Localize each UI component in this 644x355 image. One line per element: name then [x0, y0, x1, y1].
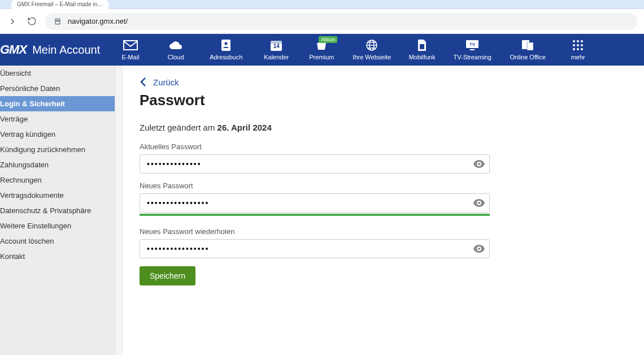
eye-icon[interactable] — [473, 197, 485, 209]
sidebar-item-documents[interactable]: Vertragsdokumente — [0, 188, 115, 203]
label-new-password: Neues Passwort — [140, 181, 490, 190]
grid-icon — [571, 39, 585, 51]
page-title: Passwort — [140, 92, 621, 109]
sidebar-item-cancel[interactable]: Vertrag kündigen — [0, 127, 115, 142]
nav-label: Mobilfunk — [409, 54, 436, 60]
sidebar-item-privacy[interactable]: Datenschutz & Privatsphäre — [0, 203, 115, 218]
sidebar-item-payment[interactable]: Zahlungsdaten — [0, 157, 115, 172]
eye-icon[interactable] — [473, 243, 485, 255]
mail-icon — [123, 39, 138, 51]
nav-label: Adressbuch — [210, 54, 242, 60]
input-new-password[interactable] — [140, 193, 490, 213]
sidebar-item-contracts[interactable]: Verträge — [0, 111, 115, 127]
svg-point-24 — [478, 248, 480, 250]
browser-toolbar: navigator.gmx.net/ — [0, 9, 644, 34]
nav-label: E-Mail — [122, 54, 140, 60]
nav-email[interactable]: E-Mail — [108, 34, 153, 66]
svg-point-15 — [581, 40, 583, 42]
svg-point-22 — [478, 163, 480, 165]
main-content: Zurück Passwort Zuletzt geändert am 26. … — [122, 66, 644, 355]
sim-icon — [415, 39, 429, 51]
input-current-password[interactable] — [140, 154, 490, 174]
eye-icon[interactable] — [473, 158, 485, 170]
nav-label: TV-Streaming — [454, 54, 491, 60]
addressbook-icon — [219, 39, 233, 51]
svg-point-13 — [573, 40, 575, 42]
sidebar-item-invoices[interactable]: Rechnungen — [0, 172, 115, 188]
label-current-password: Aktuelles Passwort — [140, 142, 490, 151]
sidebar-item-security[interactable]: Login & Sicherheit — [0, 96, 115, 111]
changed-date: 26. April 2024 — [217, 123, 272, 132]
last-changed-line: Zuletzt geändert am 26. April 2024 — [140, 123, 621, 132]
tab-title: GMX Freemail – E-Mail made in… — [17, 1, 103, 7]
nav-label: Cloud — [168, 54, 184, 60]
address-bar[interactable]: navigator.gmx.net/ — [45, 13, 637, 30]
top-nav: GMX Mein Account E-Mail Cloud Adressbuch — [0, 34, 644, 66]
password-strength-bar — [140, 214, 490, 216]
nav-tv[interactable]: TV TV-Streaming — [445, 34, 500, 66]
svg-rect-2 — [221, 40, 230, 51]
svg-point-16 — [573, 44, 575, 46]
nav-label: mehr — [571, 54, 585, 60]
svg-point-20 — [577, 48, 579, 50]
sidebar: Übersicht Persönliche Daten Login & Sich… — [0, 66, 115, 355]
nav-label: Premium — [309, 54, 334, 60]
url-text: navigator.gmx.net/ — [68, 17, 128, 25]
brand-subtitle: Mein Account — [32, 44, 100, 57]
site-info-icon[interactable] — [53, 17, 62, 26]
nav-label: Ihre Webseite — [353, 54, 391, 60]
forward-icon[interactable] — [7, 16, 18, 27]
reload-icon[interactable] — [26, 16, 37, 27]
nav-mobilfunk[interactable]: Mobilfunk — [399, 34, 445, 66]
nav-more[interactable]: mehr — [555, 34, 601, 66]
back-link[interactable]: Zurück — [140, 77, 179, 87]
office-icon — [520, 39, 535, 51]
calendar-day: 14 — [273, 43, 280, 49]
field-current-password: Aktuelles Passwort — [140, 142, 490, 174]
svg-point-23 — [478, 202, 480, 204]
svg-rect-0 — [55, 21, 60, 24]
browser-tab-strip: GMX Freemail – E-Mail made in… — [0, 0, 644, 9]
svg-rect-1 — [55, 19, 60, 20]
input-repeat-password[interactable] — [140, 239, 490, 258]
svg-point-17 — [577, 44, 579, 46]
globe-icon — [364, 39, 379, 51]
svg-rect-8 — [420, 44, 424, 49]
save-button[interactable]: Speichern — [140, 266, 195, 285]
svg-point-14 — [577, 40, 579, 42]
sidebar-item-overview[interactable]: Übersicht — [0, 66, 115, 81]
svg-point-21 — [581, 48, 583, 50]
nav-calendar[interactable]: 14 Kalender — [254, 34, 299, 66]
nav-website[interactable]: Ihre Webseite — [344, 34, 399, 66]
nav-office[interactable]: Online Office — [500, 34, 555, 66]
nav-addressbook[interactable]: Adressbuch — [198, 34, 254, 66]
nav-cloud[interactable]: Cloud — [153, 34, 198, 66]
nav-label: Online Office — [510, 54, 546, 60]
cloud-icon — [168, 39, 183, 51]
brand: GMX Mein Account — [0, 42, 108, 57]
svg-point-3 — [225, 42, 228, 45]
sidebar-item-undo-cancel[interactable]: Kündigung zurücknehmen — [0, 142, 115, 157]
svg-point-19 — [573, 48, 575, 50]
changed-prefix: Zuletzt geändert am — [140, 123, 217, 132]
field-repeat-password: Neues Passwort wiederholen — [140, 227, 490, 258]
aktion-badge: Aktion — [319, 36, 337, 43]
brand-logo: GMX — [0, 42, 27, 57]
calendar-icon: 14 — [269, 39, 284, 51]
sidebar-item-more-settings[interactable]: Weitere Einstellungen — [0, 218, 115, 233]
chevron-left-icon — [140, 77, 147, 87]
nav-label: Kalender — [264, 54, 289, 60]
svg-point-18 — [581, 44, 583, 46]
sidebar-item-personal[interactable]: Persönliche Daten — [0, 81, 115, 96]
svg-rect-12 — [527, 42, 533, 50]
nav-premium[interactable]: Aktion Premium — [299, 34, 344, 66]
back-label: Zurück — [153, 77, 179, 87]
browser-tab[interactable]: GMX Freemail – E-Mail made in… — [11, 0, 108, 9]
field-new-password: Neues Passwort — [140, 181, 490, 213]
label-repeat-password: Neues Passwort wiederholen — [140, 227, 490, 236]
svg-text:TV: TV — [469, 42, 476, 47]
nav-items: E-Mail Cloud Adressbuch 14 Kalender Akti… — [108, 34, 601, 66]
sidebar-item-delete-account[interactable]: Account löschen — [0, 233, 115, 249]
tv-icon: TV — [465, 39, 480, 51]
sidebar-item-contact[interactable]: Kontakt — [0, 249, 115, 264]
